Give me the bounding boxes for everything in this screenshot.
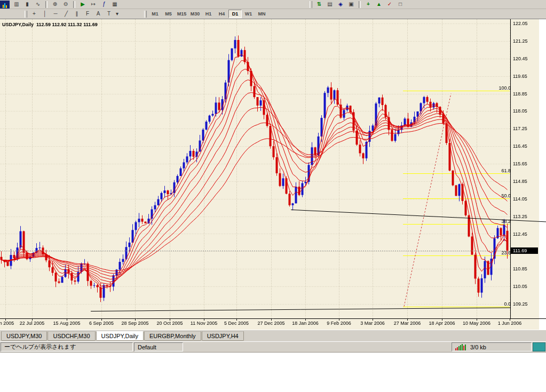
toolbar-separator xyxy=(359,1,361,8)
toolbar-separator xyxy=(45,1,48,8)
auto-scroll-icon[interactable]: ▶ xyxy=(77,1,88,9)
chart-tab-usdjpy-daily[interactable]: USDJPY,Daily xyxy=(96,331,144,341)
timeframe-m15-button[interactable]: M15 xyxy=(175,10,188,18)
toolbar-grip[interactable] xyxy=(25,11,27,18)
mt4-window: ▥ ▮ ∿ ⊕ ⊖ ▶ ↦ ƒ ▦ ⇅ ▤ ◈ ▣ + ▲ ✓ □ + │ ─ … xyxy=(0,0,546,392)
chart-area xyxy=(0,19,546,330)
timeframe-w1-button[interactable]: W1 xyxy=(242,10,255,18)
status-spacer xyxy=(184,342,450,351)
chart-tab-usdjpy-h4[interactable]: USDJPY,H4 xyxy=(202,331,244,341)
timeframe-h4-button[interactable]: H4 xyxy=(215,10,228,18)
fibonacci-retracement-icon[interactable]: F xyxy=(82,10,93,18)
zoom-in-icon[interactable]: ⊕ xyxy=(50,1,60,9)
desktop-background xyxy=(0,353,546,392)
status-bar: ーでヘルプが表示されます Default 3/0 kb xyxy=(0,341,546,353)
bar-chart-icon[interactable]: ▥ xyxy=(11,1,22,9)
navigator-icon[interactable]: ◈ xyxy=(335,1,346,9)
timeframe-m1-button[interactable]: M1 xyxy=(148,10,162,18)
status-profile[interactable]: Default xyxy=(134,342,183,351)
status-traffic-label: 3/0 kb xyxy=(470,344,486,350)
toolbar-separator xyxy=(73,1,75,8)
line-studies-toolbar: + │ ─ ╱ ∥ F A T ▾ M1 M5 M15 M30 H1 H4 D1… xyxy=(0,9,546,19)
terminal-icon[interactable]: ▣ xyxy=(346,1,357,9)
zoom-out-icon[interactable]: ⊖ xyxy=(60,1,71,9)
candlestick-chart-icon[interactable]: ▮ xyxy=(22,1,33,9)
chart-tab-eurgbp-monthly[interactable]: EURGBP,Monthly xyxy=(144,331,201,341)
trendline-icon[interactable]: ╱ xyxy=(61,10,72,18)
chart-tab-usdjpy-m30[interactable]: USDJPY,M30 xyxy=(1,331,47,341)
standard-toolbar: ▥ ▮ ∿ ⊕ ⊖ ▶ ↦ ƒ ▦ ⇅ ▤ ◈ ▣ + ▲ ✓ □ xyxy=(0,0,546,9)
chart-tab-usdchf-m30[interactable]: USDCHF,M30 xyxy=(48,331,95,341)
data-window-icon[interactable]: ▤ xyxy=(325,1,335,9)
timeframe-d1-button[interactable]: D1 xyxy=(228,10,242,18)
timeframe-m5-button[interactable]: M5 xyxy=(162,10,175,18)
status-traffic: 3/0 kb xyxy=(452,342,532,351)
chart-window-icon xyxy=(0,1,10,9)
chart-tabs-bar: USDJPY,M30 USDCHF,M30 USDJPY,Daily EURGB… xyxy=(0,330,546,341)
equidistant-channel-icon[interactable]: ∥ xyxy=(72,10,82,18)
options-icon[interactable]: ✓ xyxy=(384,1,395,9)
shapes-dropdown-icon[interactable]: ▾ xyxy=(114,10,120,18)
timeframe-h1-button[interactable]: H1 xyxy=(202,10,215,18)
expert-advisors-icon[interactable]: ▲ xyxy=(374,1,384,9)
price-chart-canvas[interactable] xyxy=(0,19,546,330)
new-order-icon[interactable]: + xyxy=(363,1,374,9)
crosshair-icon[interactable]: + xyxy=(29,10,39,18)
arrow-tool-icon[interactable]: T xyxy=(104,10,114,18)
connection-bars-icon xyxy=(455,344,466,350)
horizontal-line-icon[interactable]: ─ xyxy=(50,10,61,18)
line-chart-icon[interactable]: ∿ xyxy=(33,1,43,9)
vertical-line-icon[interactable]: │ xyxy=(39,10,50,18)
toolbar-grip[interactable] xyxy=(144,11,147,18)
text-icon[interactable]: A xyxy=(93,10,104,18)
status-help-text: ーでヘルプが表示されます xyxy=(1,342,133,351)
timeframe-mn-button[interactable]: MN xyxy=(255,10,268,18)
indicators-icon[interactable]: ƒ xyxy=(99,1,109,9)
connection-indicator xyxy=(533,342,545,351)
timeframe-m30-button[interactable]: M30 xyxy=(188,10,202,18)
chart-shift-icon[interactable]: ↦ xyxy=(88,1,99,9)
full-screen-icon[interactable]: □ xyxy=(395,1,406,9)
toolbar-grip[interactable] xyxy=(310,1,312,8)
market-watch-icon[interactable]: ⇅ xyxy=(314,1,325,9)
grid-icon[interactable]: ▦ xyxy=(109,1,120,9)
